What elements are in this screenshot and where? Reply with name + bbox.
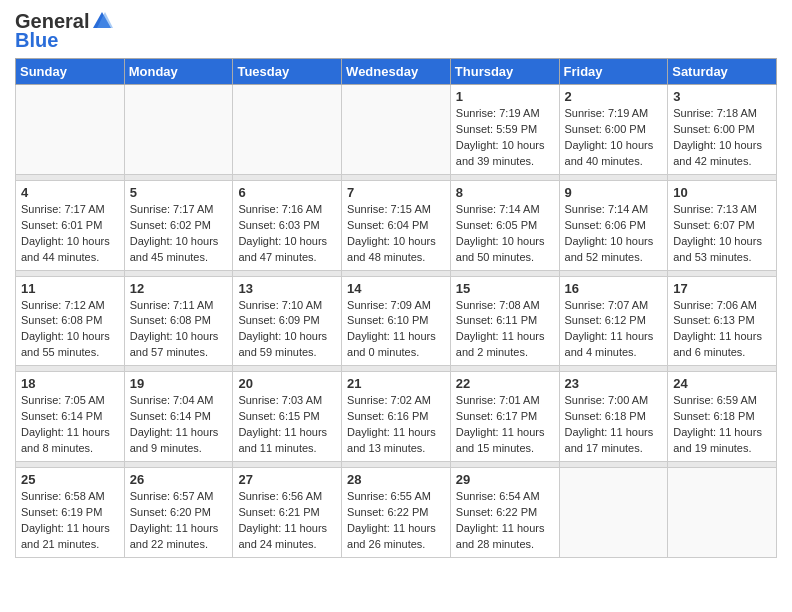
- page-header: General Blue: [15, 10, 777, 52]
- day-number: 8: [456, 185, 554, 200]
- calendar-cell: [668, 468, 777, 558]
- day-number: 7: [347, 185, 445, 200]
- logo-blue-text: Blue: [15, 29, 58, 52]
- day-number: 27: [238, 472, 336, 487]
- calendar-cell: 2Sunrise: 7:19 AM Sunset: 6:00 PM Daylig…: [559, 85, 668, 175]
- day-info: Sunrise: 6:54 AM Sunset: 6:22 PM Dayligh…: [456, 489, 554, 553]
- day-number: 14: [347, 281, 445, 296]
- day-number: 2: [565, 89, 663, 104]
- day-number: 19: [130, 376, 228, 391]
- weekday-header-saturday: Saturday: [668, 59, 777, 85]
- day-info: Sunrise: 7:07 AM Sunset: 6:12 PM Dayligh…: [565, 298, 663, 362]
- calendar-week-row: 1Sunrise: 7:19 AM Sunset: 5:59 PM Daylig…: [16, 85, 777, 175]
- calendar-cell: 1Sunrise: 7:19 AM Sunset: 5:59 PM Daylig…: [450, 85, 559, 175]
- day-info: Sunrise: 7:06 AM Sunset: 6:13 PM Dayligh…: [673, 298, 771, 362]
- calendar-cell: 19Sunrise: 7:04 AM Sunset: 6:14 PM Dayli…: [124, 372, 233, 462]
- weekday-header-friday: Friday: [559, 59, 668, 85]
- calendar-cell: 8Sunrise: 7:14 AM Sunset: 6:05 PM Daylig…: [450, 180, 559, 270]
- day-info: Sunrise: 7:13 AM Sunset: 6:07 PM Dayligh…: [673, 202, 771, 266]
- calendar-cell: 29Sunrise: 6:54 AM Sunset: 6:22 PM Dayli…: [450, 468, 559, 558]
- day-info: Sunrise: 7:11 AM Sunset: 6:08 PM Dayligh…: [130, 298, 228, 362]
- day-number: 21: [347, 376, 445, 391]
- calendar-cell: 22Sunrise: 7:01 AM Sunset: 6:17 PM Dayli…: [450, 372, 559, 462]
- day-info: Sunrise: 7:12 AM Sunset: 6:08 PM Dayligh…: [21, 298, 119, 362]
- day-info: Sunrise: 7:09 AM Sunset: 6:10 PM Dayligh…: [347, 298, 445, 362]
- day-number: 6: [238, 185, 336, 200]
- calendar-cell: 12Sunrise: 7:11 AM Sunset: 6:08 PM Dayli…: [124, 276, 233, 366]
- calendar-cell: 16Sunrise: 7:07 AM Sunset: 6:12 PM Dayli…: [559, 276, 668, 366]
- calendar-cell: 27Sunrise: 6:56 AM Sunset: 6:21 PM Dayli…: [233, 468, 342, 558]
- day-number: 22: [456, 376, 554, 391]
- calendar-cell: [559, 468, 668, 558]
- calendar-cell: 26Sunrise: 6:57 AM Sunset: 6:20 PM Dayli…: [124, 468, 233, 558]
- day-number: 5: [130, 185, 228, 200]
- day-info: Sunrise: 6:56 AM Sunset: 6:21 PM Dayligh…: [238, 489, 336, 553]
- weekday-header-tuesday: Tuesday: [233, 59, 342, 85]
- calendar-week-row: 18Sunrise: 7:05 AM Sunset: 6:14 PM Dayli…: [16, 372, 777, 462]
- calendar-cell: 4Sunrise: 7:17 AM Sunset: 6:01 PM Daylig…: [16, 180, 125, 270]
- calendar-cell: 23Sunrise: 7:00 AM Sunset: 6:18 PM Dayli…: [559, 372, 668, 462]
- day-number: 18: [21, 376, 119, 391]
- calendar-cell: 5Sunrise: 7:17 AM Sunset: 6:02 PM Daylig…: [124, 180, 233, 270]
- day-number: 25: [21, 472, 119, 487]
- day-info: Sunrise: 7:17 AM Sunset: 6:02 PM Dayligh…: [130, 202, 228, 266]
- day-number: 15: [456, 281, 554, 296]
- day-info: Sunrise: 6:57 AM Sunset: 6:20 PM Dayligh…: [130, 489, 228, 553]
- calendar-week-row: 4Sunrise: 7:17 AM Sunset: 6:01 PM Daylig…: [16, 180, 777, 270]
- day-number: 17: [673, 281, 771, 296]
- day-info: Sunrise: 7:01 AM Sunset: 6:17 PM Dayligh…: [456, 393, 554, 457]
- calendar-cell: [16, 85, 125, 175]
- day-info: Sunrise: 7:19 AM Sunset: 6:00 PM Dayligh…: [565, 106, 663, 170]
- calendar-cell: 18Sunrise: 7:05 AM Sunset: 6:14 PM Dayli…: [16, 372, 125, 462]
- day-info: Sunrise: 7:16 AM Sunset: 6:03 PM Dayligh…: [238, 202, 336, 266]
- calendar-cell: [124, 85, 233, 175]
- calendar-cell: 15Sunrise: 7:08 AM Sunset: 6:11 PM Dayli…: [450, 276, 559, 366]
- day-number: 12: [130, 281, 228, 296]
- day-number: 10: [673, 185, 771, 200]
- weekday-header-thursday: Thursday: [450, 59, 559, 85]
- calendar-cell: 6Sunrise: 7:16 AM Sunset: 6:03 PM Daylig…: [233, 180, 342, 270]
- calendar-cell: 14Sunrise: 7:09 AM Sunset: 6:10 PM Dayli…: [342, 276, 451, 366]
- day-number: 28: [347, 472, 445, 487]
- day-info: Sunrise: 7:03 AM Sunset: 6:15 PM Dayligh…: [238, 393, 336, 457]
- day-info: Sunrise: 7:15 AM Sunset: 6:04 PM Dayligh…: [347, 202, 445, 266]
- day-number: 13: [238, 281, 336, 296]
- day-info: Sunrise: 7:14 AM Sunset: 6:05 PM Dayligh…: [456, 202, 554, 266]
- day-info: Sunrise: 7:00 AM Sunset: 6:18 PM Dayligh…: [565, 393, 663, 457]
- day-number: 23: [565, 376, 663, 391]
- calendar-cell: 28Sunrise: 6:55 AM Sunset: 6:22 PM Dayli…: [342, 468, 451, 558]
- calendar-cell: 10Sunrise: 7:13 AM Sunset: 6:07 PM Dayli…: [668, 180, 777, 270]
- day-number: 1: [456, 89, 554, 104]
- calendar-header-row: SundayMondayTuesdayWednesdayThursdayFrid…: [16, 59, 777, 85]
- day-info: Sunrise: 7:10 AM Sunset: 6:09 PM Dayligh…: [238, 298, 336, 362]
- calendar-cell: 3Sunrise: 7:18 AM Sunset: 6:00 PM Daylig…: [668, 85, 777, 175]
- day-number: 20: [238, 376, 336, 391]
- weekday-header-sunday: Sunday: [16, 59, 125, 85]
- day-info: Sunrise: 7:14 AM Sunset: 6:06 PM Dayligh…: [565, 202, 663, 266]
- calendar-cell: 9Sunrise: 7:14 AM Sunset: 6:06 PM Daylig…: [559, 180, 668, 270]
- day-info: Sunrise: 7:04 AM Sunset: 6:14 PM Dayligh…: [130, 393, 228, 457]
- calendar-cell: 7Sunrise: 7:15 AM Sunset: 6:04 PM Daylig…: [342, 180, 451, 270]
- day-info: Sunrise: 6:58 AM Sunset: 6:19 PM Dayligh…: [21, 489, 119, 553]
- calendar-table: SundayMondayTuesdayWednesdayThursdayFrid…: [15, 58, 777, 558]
- calendar-cell: 13Sunrise: 7:10 AM Sunset: 6:09 PM Dayli…: [233, 276, 342, 366]
- weekday-header-monday: Monday: [124, 59, 233, 85]
- day-info: Sunrise: 7:17 AM Sunset: 6:01 PM Dayligh…: [21, 202, 119, 266]
- day-info: Sunrise: 6:55 AM Sunset: 6:22 PM Dayligh…: [347, 489, 445, 553]
- logo-icon: [91, 10, 113, 32]
- day-number: 9: [565, 185, 663, 200]
- logo: General Blue: [15, 10, 113, 52]
- calendar-cell: 20Sunrise: 7:03 AM Sunset: 6:15 PM Dayli…: [233, 372, 342, 462]
- calendar-week-row: 25Sunrise: 6:58 AM Sunset: 6:19 PM Dayli…: [16, 468, 777, 558]
- day-number: 11: [21, 281, 119, 296]
- day-number: 3: [673, 89, 771, 104]
- calendar-week-row: 11Sunrise: 7:12 AM Sunset: 6:08 PM Dayli…: [16, 276, 777, 366]
- calendar-cell: 11Sunrise: 7:12 AM Sunset: 6:08 PM Dayli…: [16, 276, 125, 366]
- day-number: 4: [21, 185, 119, 200]
- calendar-cell: [342, 85, 451, 175]
- calendar-cell: 21Sunrise: 7:02 AM Sunset: 6:16 PM Dayli…: [342, 372, 451, 462]
- day-number: 16: [565, 281, 663, 296]
- weekday-header-wednesday: Wednesday: [342, 59, 451, 85]
- day-number: 29: [456, 472, 554, 487]
- day-info: Sunrise: 7:19 AM Sunset: 5:59 PM Dayligh…: [456, 106, 554, 170]
